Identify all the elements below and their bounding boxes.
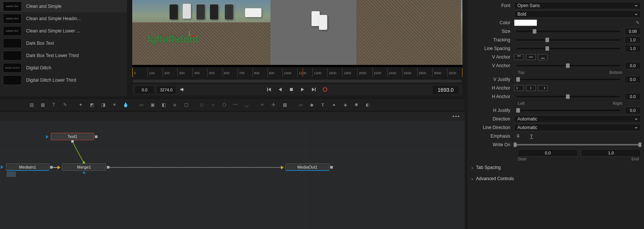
mattecontrol-tool-icon[interactable]: ◧ bbox=[158, 100, 169, 109]
hanchor-center-button[interactable] bbox=[526, 85, 536, 91]
hanchor-label: H Anchor bbox=[471, 85, 514, 91]
shape3d-tool-icon[interactable]: ◆ bbox=[306, 100, 317, 109]
light-tool-icon[interactable]: ✺ bbox=[351, 100, 362, 109]
duration-timecode[interactable]: 3274.0 bbox=[157, 86, 176, 94]
eyedropper-icon[interactable]: ✎ bbox=[634, 19, 641, 26]
node-mediain1[interactable]: MediaIn1 bbox=[6, 163, 49, 171]
playhead[interactable] bbox=[303, 68, 303, 77]
viewer-canvas[interactable]: fgfhdhddhf bbox=[132, 0, 462, 65]
advanced-controls-section[interactable]: Advanced Controls bbox=[471, 174, 641, 183]
linedir-dropdown[interactable]: Automatic bbox=[514, 124, 641, 131]
hanchor-value[interactable]: 0.0 bbox=[625, 93, 641, 100]
preset-item[interactable]: SAMPLE TEXTClean and Simple Lower ... bbox=[0, 25, 127, 37]
node-output-port[interactable] bbox=[95, 135, 97, 138]
node-output-port[interactable] bbox=[330, 166, 333, 169]
resize-tool-icon[interactable]: ⧈ bbox=[170, 100, 180, 109]
node-output-port[interactable] bbox=[50, 166, 53, 169]
node-merge1[interactable]: Merge1 bbox=[62, 163, 106, 171]
vanchor-value[interactable]: 0.0 bbox=[625, 62, 641, 69]
tracking-slider[interactable] bbox=[516, 39, 620, 41]
node-mediaout1[interactable]: MediaOut1 bbox=[285, 163, 329, 171]
rectmask-tool-icon[interactable]: □ bbox=[196, 100, 207, 109]
font-weight-dropdown[interactable]: Bold bbox=[514, 10, 641, 18]
bitmap-tool-icon[interactable]: ◡ bbox=[241, 100, 252, 109]
writeon-start-value[interactable]: 0.0 bbox=[518, 149, 578, 157]
loop-icon[interactable] bbox=[322, 87, 328, 93]
preset-item[interactable]: SAMPLE TEXTClean and Simple bbox=[0, 0, 127, 12]
transform-tool-icon[interactable]: ▢ bbox=[181, 100, 191, 109]
image3d-tool-icon[interactable]: ▱ bbox=[295, 100, 306, 109]
underline-button[interactable]: T bbox=[527, 133, 536, 139]
time-ruler[interactable]: 0 100 200 300 400 500 600 700 800 900 10… bbox=[132, 68, 462, 77]
writeon-end-value[interactable]: 1.0 bbox=[581, 149, 641, 157]
hanchor-left-button[interactable] bbox=[514, 85, 524, 91]
hanchor-right-button[interactable] bbox=[538, 85, 548, 91]
channelbool-tool-icon[interactable]: ▣ bbox=[147, 100, 158, 109]
color-swatch[interactable] bbox=[514, 19, 537, 26]
tracker-tool-icon[interactable]: ✦ bbox=[75, 100, 86, 109]
size-value[interactable]: 0.08 bbox=[625, 28, 641, 35]
node-input-triangle-icon[interactable] bbox=[46, 135, 49, 139]
blur-tool-icon[interactable]: 💧 bbox=[120, 100, 131, 109]
preset-label: Clean and Simple Headin... bbox=[26, 16, 81, 21]
hanchor-slider[interactable] bbox=[516, 96, 620, 97]
writeon-range-slider[interactable] bbox=[515, 144, 640, 145]
viewer[interactable]: fgfhdhddhf bbox=[132, 0, 462, 67]
prender-tool-icon[interactable]: ▩ bbox=[279, 100, 290, 109]
current-timecode[interactable]: 1693.0 bbox=[433, 86, 459, 94]
preset-item[interactable]: Digital Glitch Lower Third bbox=[0, 74, 127, 86]
text3d-tool-icon[interactable]: 𝐓 bbox=[318, 100, 328, 109]
node-text1[interactable]: Text1 bbox=[51, 133, 94, 140]
hue-tool-icon[interactable]: ☀ bbox=[109, 100, 120, 109]
ruler-tick: 1800 bbox=[342, 68, 357, 77]
strikethrough-button[interactable]: T bbox=[514, 133, 522, 139]
bspline-tool-icon[interactable]: 〰 bbox=[230, 100, 241, 109]
hjustify-slider[interactable] bbox=[516, 110, 620, 111]
transform-gizmo-icon[interactable] bbox=[189, 31, 200, 42]
go-end-icon[interactable] bbox=[311, 87, 317, 93]
linespacing-value[interactable]: 1.0 bbox=[625, 45, 641, 52]
preset-item[interactable]: DIGITAL GLITCHDigital Glitch bbox=[0, 62, 127, 74]
node-input-triangle-icon[interactable] bbox=[1, 165, 3, 169]
merge3d-tool-icon[interactable]: ◈ bbox=[340, 100, 350, 109]
camera3d-tool-icon[interactable]: ● bbox=[329, 100, 339, 109]
hjustify-value[interactable]: 0.0 bbox=[625, 107, 641, 114]
play-reverse-icon[interactable] bbox=[278, 87, 284, 93]
polymask-tool-icon[interactable]: ⬠ bbox=[219, 100, 229, 109]
panel-menu-icon[interactable]: ••• bbox=[452, 113, 460, 119]
linespacing-slider[interactable] bbox=[516, 48, 620, 49]
font-dropdown[interactable]: Open Sans bbox=[514, 2, 641, 9]
tracking-value[interactable]: 1.0 bbox=[625, 36, 641, 44]
size-slider[interactable] bbox=[516, 31, 620, 32]
stop-icon[interactable] bbox=[289, 87, 295, 93]
preset-item[interactable]: SAMPLE TEXTClean and Simple Headin... bbox=[0, 12, 127, 25]
ellipsemask-tool-icon[interactable]: ○ bbox=[208, 100, 218, 109]
tab-spacing-section[interactable]: Tab Spacing bbox=[471, 163, 641, 172]
zoom-bar[interactable] bbox=[132, 78, 462, 84]
go-start-icon[interactable] bbox=[266, 87, 272, 93]
vjustify-slider[interactable] bbox=[516, 79, 620, 80]
vjustify-value[interactable]: 0.0 bbox=[625, 76, 641, 83]
node-canvas[interactable]: Text1 MediaIn1 Merge1 MediaOut1 bbox=[0, 121, 465, 229]
colorcorrect-tool-icon[interactable]: ◩ bbox=[87, 100, 97, 109]
vanchor-top-button[interactable] bbox=[514, 54, 524, 60]
direction-dropdown[interactable]: Automatic bbox=[514, 115, 641, 123]
brightness-tool-icon[interactable]: ◨ bbox=[98, 100, 108, 109]
node-output-port[interactable] bbox=[107, 166, 109, 169]
render3d-tool-icon[interactable]: ◐ bbox=[362, 100, 373, 109]
in-timecode[interactable]: 0.0 bbox=[135, 86, 154, 94]
volume-icon[interactable] bbox=[179, 87, 185, 94]
fastnoise-tool-icon[interactable]: ▦ bbox=[37, 100, 48, 109]
preset-item[interactable]: Dark Box Text Lower Third bbox=[0, 49, 127, 62]
merge-tool-icon[interactable]: ▭ bbox=[136, 100, 146, 109]
paint-tool-icon[interactable]: ✎ bbox=[60, 100, 70, 109]
pemitter-tool-icon[interactable]: ✢ bbox=[268, 100, 279, 109]
vanchor-mid-button[interactable] bbox=[526, 54, 536, 60]
play-icon[interactable] bbox=[300, 87, 306, 93]
preset-item[interactable]: Dark Box Text bbox=[0, 37, 127, 49]
particles-tool-icon[interactable]: ✧ bbox=[257, 100, 267, 109]
text-tool-icon[interactable]: T bbox=[49, 100, 59, 109]
vanchor-bottom-button[interactable] bbox=[538, 54, 548, 60]
vanchor-slider[interactable] bbox=[516, 65, 620, 66]
background-tool-icon[interactable]: ▧ bbox=[26, 100, 37, 109]
